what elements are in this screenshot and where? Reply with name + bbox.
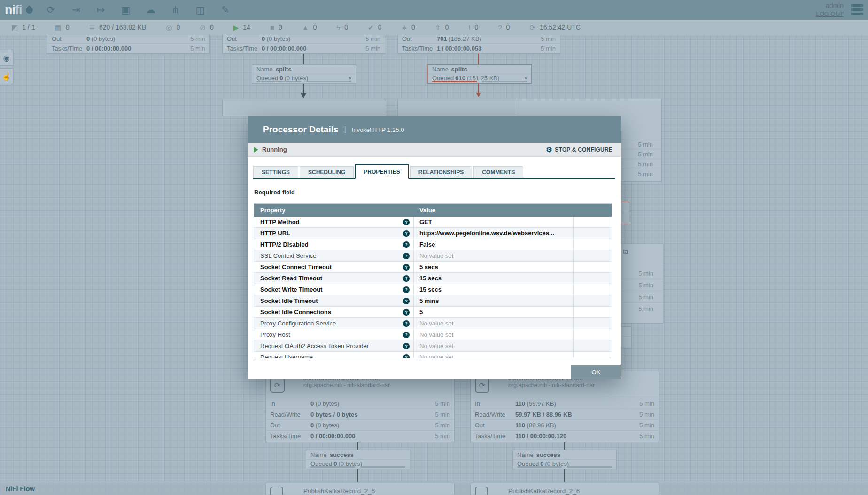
cluster-icon: ◩ <box>11 24 18 31</box>
property-row: Socket Connect Timeout ? 5 secs <box>254 262 612 273</box>
stat-row: Read/Write0 bytes / 0 bytes5 min <box>266 409 454 420</box>
stat-row: Out0 (0 bytes)5 min <box>223 34 385 44</box>
property-name: Request OAuth2 Access Token Provider <box>260 342 369 349</box>
help-icon[interactable]: ? <box>403 354 410 359</box>
operate-palette-button[interactable]: ☝ <box>0 68 13 84</box>
status-item: ϟ0 <box>336 23 348 31</box>
help-icon[interactable]: ? <box>403 309 410 316</box>
processor-box: ⟳ JoltTransformJSON 1.25.0 org.apache.ni… <box>470 371 659 442</box>
output-port-icon[interactable]: ↦ <box>93 2 109 18</box>
transmitting-icon: ◎ <box>166 24 172 31</box>
help-icon[interactable]: ? <box>403 253 410 259</box>
property-row: Proxy Configuration Service ? No value s… <box>254 318 612 329</box>
label-icon[interactable]: ✎ <box>217 2 233 18</box>
logout-link[interactable]: LOG OUT <box>816 10 844 18</box>
modified-stale-icon: ! <box>468 24 470 31</box>
input-port-icon[interactable]: ⇥ <box>68 2 84 18</box>
property-value: 5 mins <box>419 297 439 304</box>
help-icon[interactable]: ? <box>403 275 410 282</box>
processor-bundle: org.apache.nifi - nifi-standard-nar <box>303 382 454 388</box>
breadcrumb: NiFi Flow <box>6 485 35 493</box>
property-value: 15 secs <box>419 286 442 293</box>
navigate-palette-button[interactable]: ◉ <box>0 50 13 66</box>
ok-button[interactable]: OK <box>571 365 621 379</box>
status-item: ≣620 / 163.82 KB <box>89 23 146 31</box>
connection-line <box>303 54 304 64</box>
property-name: Request Username <box>260 354 313 358</box>
property-row: HTTP Method ? GET <box>254 217 612 228</box>
component-toolbar: ⟳⇥↦▣☁⋔◫✎ <box>43 2 233 18</box>
stat-row: Out110 (88.96 KB)5 min <box>471 420 659 431</box>
tab[interactable]: RELATIONSHIPS <box>410 166 472 178</box>
tab[interactable]: COMMENTS <box>473 166 523 178</box>
tab[interactable]: SETTINGS <box>253 166 298 178</box>
property-name: Socket Connect Timeout <box>260 263 332 271</box>
property-row: Socket Read Timeout ? 15 secs <box>254 273 612 284</box>
tab[interactable]: PROPERTIES <box>355 164 408 179</box>
last-refresh[interactable]: ⟳ 16:52:42 UTC <box>529 23 581 31</box>
connection-line <box>303 84 304 94</box>
status-item: ✔0 <box>368 23 381 31</box>
column-property: Property <box>254 207 414 214</box>
status-item: ∗0 <box>401 23 415 31</box>
processor-stats-fragment: Out701 (185.27 KB)5 minTasks/Time1 / 00:… <box>397 33 560 54</box>
property-row: SSL Context Service ? No value set <box>254 250 612 262</box>
template-icon[interactable]: ◫ <box>193 2 209 18</box>
status-item: ▲0 <box>302 23 317 31</box>
property-value: https://www.pegelonline.wsv.de/webservic… <box>419 230 554 237</box>
help-icon[interactable]: ? <box>403 332 410 338</box>
stat-row: Tasks/Time1 / 00:00:00.0535 min <box>398 44 560 54</box>
status-item: ■0 <box>270 23 282 31</box>
load-balance-icon: ◑ <box>348 75 351 81</box>
current-user: admin <box>816 1 844 10</box>
property-value: GET <box>419 218 432 225</box>
property-name: Proxy Configuration Service <box>260 320 336 327</box>
processor-stats-fragment: Out0 (0 bytes)5 minTasks/Time0 / 00:00:0… <box>222 33 385 54</box>
help-icon[interactable]: ? <box>403 343 410 349</box>
status-item: ▦0 <box>54 23 69 31</box>
connection-arrow-icon <box>476 93 481 97</box>
processor-type-icon: ⟳ <box>270 378 285 393</box>
connection-arrow-icon <box>301 93 306 98</box>
process-group-icon[interactable]: ▣ <box>118 2 134 18</box>
title-separator: | <box>344 125 346 134</box>
property-name: Socket Idle Connections <box>260 309 331 316</box>
stop-and-configure-button[interactable]: ⚙ STOP & CONFIGURE <box>543 145 615 155</box>
help-icon[interactable]: ? <box>403 219 410 225</box>
table-header: Property Value <box>254 204 612 217</box>
help-icon[interactable]: ? <box>403 241 410 248</box>
sync-failure-icon: ? <box>498 24 502 31</box>
funnel-icon[interactable]: ⋔ <box>168 2 184 18</box>
connection-line <box>564 442 565 450</box>
property-value: 5 secs <box>419 263 438 271</box>
processor-icon[interactable]: ⟳ <box>43 2 59 18</box>
property-name: Proxy Host <box>260 331 290 338</box>
processor-stats-fragment: Out0 (0 bytes)5 minTasks/Time0 / 00:00:0… <box>47 33 210 54</box>
help-icon[interactable]: ? <box>403 286 410 293</box>
stat-row: Tasks/Time0 / 00:00:00.0005 min <box>47 44 209 54</box>
not-transmitting-icon: ⊘ <box>200 24 206 31</box>
locally-modified-icon: ∗ <box>401 24 407 31</box>
connection-label: Namesuccess Queued0(0 bytes) <box>512 450 617 469</box>
remote-process-group-icon[interactable]: ☁ <box>143 2 159 18</box>
help-icon[interactable]: ? <box>403 264 410 271</box>
running-icon: ▶ <box>233 24 239 31</box>
drop-icon <box>24 5 34 15</box>
stat-row: Out701 (185.27 KB)5 min <box>398 34 560 44</box>
help-icon[interactable]: ? <box>403 320 410 327</box>
help-icon[interactable]: ? <box>403 230 410 237</box>
status-item: ?0 <box>498 23 510 31</box>
global-menu-icon[interactable] <box>850 3 864 16</box>
processor-box-fragment: PublishKafkaRecord_2_6 <box>265 483 455 495</box>
refresh-icon[interactable]: ⟳ <box>529 24 535 31</box>
stat-row: Out0 (0 bytes)5 min <box>47 34 209 44</box>
hand-icon: ☝ <box>2 72 11 81</box>
processor-type-icon: ⟳ <box>475 378 489 393</box>
help-icon[interactable]: ? <box>403 298 410 304</box>
tab[interactable]: SCHEDULING <box>300 166 354 178</box>
property-value: False <box>419 241 435 248</box>
property-value: No value set <box>419 354 453 358</box>
stale-icon: ⇧ <box>435 24 441 31</box>
processor-box-fragment: PublishKafkaRecord_2_6 <box>470 483 659 495</box>
required-field-note: Required field <box>254 189 621 196</box>
